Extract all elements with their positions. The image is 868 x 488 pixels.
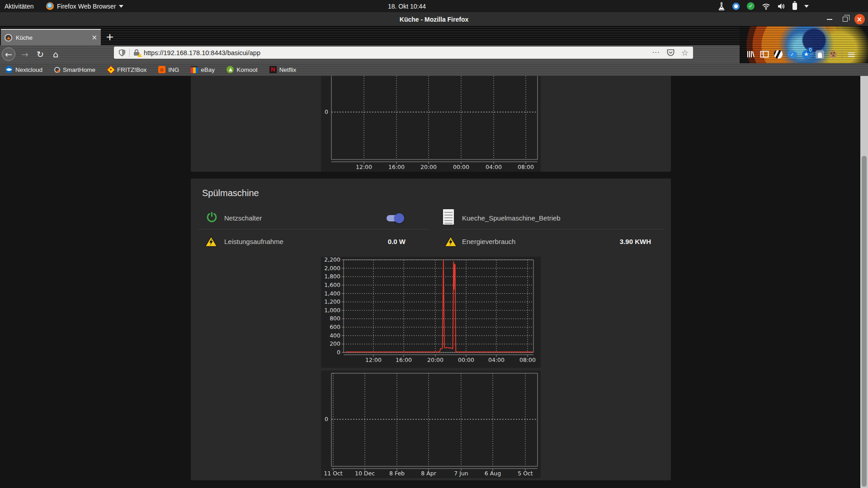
tab-title: Küche [16, 34, 33, 41]
svg-text:0: 0 [325, 416, 328, 422]
ghost-extension-icon[interactable] [816, 50, 824, 59]
divider [442, 229, 664, 230]
card-spuelmaschine: Spülmaschine Netzschalter Kueche_Spuelma… [191, 178, 671, 480]
wifi-icon [762, 3, 770, 10]
svg-text:600: 600 [330, 324, 340, 330]
lock-warning-icon[interactable] [133, 49, 140, 56]
svg-text:11 Oct: 11 Oct [324, 470, 343, 477]
divider [842, 50, 842, 59]
nextcloud-favicon-icon [5, 66, 13, 73]
window-titlebar: Küche - Mozilla Firefox × [0, 12, 868, 26]
bookmark-label: Nextcloud [15, 66, 42, 73]
svg-text:12:00: 12:00 [356, 164, 372, 170]
chat-bubble-icon [732, 3, 740, 10]
star-extension-icon[interactable]: ★ 0 [802, 50, 811, 59]
svg-text:10 Dec: 10 Dec [355, 470, 375, 477]
clock-label: 18. Okt 10:44 [388, 3, 426, 10]
switch-label: Netzschalter [224, 212, 262, 224]
svg-text:1,400: 1,400 [324, 290, 340, 297]
reload-button[interactable]: ↻ [34, 48, 46, 60]
svg-text:20:00: 20:00 [420, 164, 437, 170]
new-tab-button[interactable]: + [103, 30, 117, 43]
svg-text:5 Oct: 5 Oct [518, 470, 533, 477]
energy-value: 3.90 KWH [583, 236, 651, 248]
page-content: 012:0016:0020:0000:0004:0008:00 Spülmasc… [0, 76, 868, 488]
netflix-favicon-icon: N [269, 66, 277, 73]
warning-icon [205, 236, 217, 247]
minimize-button[interactable] [824, 12, 835, 26]
card-title: Spülmaschine [202, 187, 259, 199]
svg-text:1,800: 1,800 [324, 273, 340, 280]
svg-text:1,600: 1,600 [324, 282, 340, 288]
forward-button[interactable]: → [19, 48, 31, 60]
library-icon[interactable] [746, 50, 755, 59]
app-menu-button[interactable]: Firefox Web Browser [42, 0, 128, 12]
pocket-icon[interactable] [666, 48, 675, 57]
empty-day-chart: 012:0016:0020:0000:0004:0008:00 [321, 76, 541, 172]
svg-text:0: 0 [325, 108, 328, 115]
close-icon: × [854, 14, 865, 24]
gnome-top-bar: Aktivitäten Firefox Web Browser 18. Okt … [0, 0, 868, 12]
window-title: Küche - Mozilla Firefox [0, 12, 868, 26]
home-button[interactable]: ⌂ [50, 48, 61, 60]
page-actions-button[interactable]: ··· [652, 49, 660, 57]
svg-text:04:00: 04:00 [486, 164, 502, 170]
bookmark-star-button[interactable]: ☆ [681, 48, 689, 57]
bookmark-label: SmartHome [63, 66, 95, 73]
svg-text:04:00: 04:00 [488, 357, 505, 363]
menu-button[interactable]: ≡ [847, 49, 855, 60]
toolbar-icon-cluster: ✓ ★ 0 ≡ [746, 45, 867, 63]
close-button[interactable]: × [854, 12, 865, 26]
svg-text:1,000: 1,000 [324, 307, 340, 314]
caret-down-icon [804, 5, 809, 8]
clock-button[interactable]: 18. Okt 10:44 [383, 0, 430, 12]
volume-icon [778, 3, 785, 10]
url-text[interactable]: https://192.168.178.10:8443/basicui/app [144, 49, 649, 56]
bookmarks-toolbar: NextcloudSmartHomeFRITZ!BoxINGeBayKomoot… [0, 63, 868, 76]
svg-text:08:00: 08:00 [518, 164, 534, 170]
power-usage-value: 0.0 W [338, 236, 406, 248]
bookmark-label: Komoot [236, 66, 258, 73]
warning-icon [444, 236, 457, 247]
svg-text:8 Feb: 8 Feb [389, 470, 405, 477]
bookmark-fritz[interactable]: FRITZ!Box [107, 66, 146, 73]
svg-text:2,000: 2,000 [324, 265, 340, 272]
divider [129, 49, 130, 57]
svg-text:800: 800 [330, 315, 340, 322]
tab-kueche[interactable]: Küche × [1, 29, 101, 45]
bookmark-openhab[interactable]: SmartHome [54, 66, 95, 73]
openhab-favicon-icon [5, 34, 12, 42]
bookmark-komoot[interactable]: Komoot [226, 66, 258, 73]
svg-text:00:00: 00:00 [458, 357, 474, 363]
toggle-knob[interactable] [394, 213, 404, 223]
bookmark-ebay[interactable]: eBay [191, 66, 215, 73]
power-day-chart: 02004006008001,0001,2001,4001,6001,8002,… [321, 257, 541, 368]
activities-button[interactable]: Aktivitäten [0, 0, 38, 12]
tracking-shield-icon[interactable] [118, 49, 126, 57]
svg-text:400: 400 [330, 332, 340, 339]
svg-text:08:00: 08:00 [519, 357, 536, 363]
cookie-extension-icon[interactable] [829, 51, 837, 58]
extension-badge: 0 [807, 47, 813, 53]
scrollbar-thumb[interactable] [862, 156, 867, 487]
back-button[interactable]: ← [2, 47, 15, 61]
energy-label: Energieverbrauch [462, 236, 515, 248]
svg-text:00:00: 00:00 [453, 164, 469, 170]
url-bar[interactable]: https://192.168.178.10:8443/basicui/app … [114, 47, 693, 59]
openhab-favicon-icon [54, 67, 60, 73]
svg-text:20:00: 20:00 [427, 357, 443, 363]
privacy-badger-extension-icon[interactable] [774, 50, 783, 59]
restore-button[interactable] [839, 12, 851, 26]
tab-close-icon[interactable]: × [91, 34, 97, 41]
cloud-check-extension-icon[interactable]: ✓ [788, 51, 797, 58]
sidebar-icon[interactable] [760, 50, 769, 58]
text-item-label: Kueche_Spuelmaschine_Betrieb [462, 212, 561, 224]
navigation-toolbar: ← → ↻ ⌂ https://192.168.178.10:8443/basi… [0, 45, 868, 63]
bookmark-nextcloud[interactable]: Nextcloud [5, 66, 42, 73]
svg-text:8 Apr: 8 Apr [421, 470, 436, 477]
document-icon [443, 209, 454, 225]
bookmark-ing[interactable]: ING [158, 66, 179, 73]
system-status-area[interactable]: ✓ [718, 0, 809, 12]
bookmark-netflix[interactable]: NNetflix [269, 66, 297, 73]
tab-bar: Küche × + [0, 26, 868, 45]
